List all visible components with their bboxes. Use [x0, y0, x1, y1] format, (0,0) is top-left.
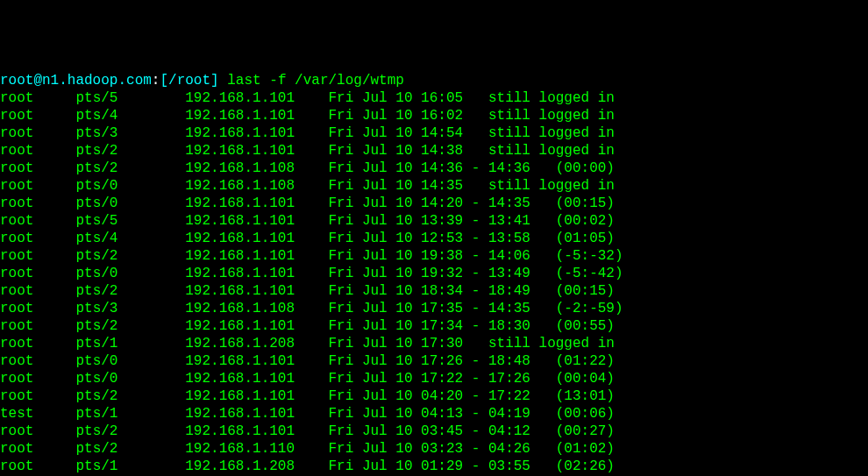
col-user: root [0, 125, 75, 141]
col-start: Fri Jul 10 19:38 [328, 248, 471, 264]
col-user: root [0, 283, 75, 299]
prompt-line[interactable]: root@n1.hadoop.com:[/root] last -f /var/… [0, 72, 868, 89]
col-user: root [0, 301, 75, 316]
col-start: Fri Jul 10 18:34 [328, 283, 471, 299]
col-tty: pts/2 [75, 441, 185, 457]
col-duration: (02:26) [539, 458, 615, 474]
col-duration: (00:02) [539, 213, 615, 229]
col-tty: pts/0 [75, 353, 185, 369]
col-start: Fri Jul 10 14:20 [328, 195, 471, 211]
col-start: Fri Jul 10 12:53 [328, 231, 471, 246]
col-ip: 192.168.1.208 [185, 336, 328, 352]
prompt-user-host: root@n1.hadoop.com [0, 73, 152, 89]
col-duration: (01:05) [539, 231, 615, 246]
prompt-sep: : [152, 73, 160, 89]
login-record: root pts/4 192.168.1.101 Fri Jul 10 12:5… [0, 230, 868, 247]
login-record: root pts/2 192.168.1.101 Fri Jul 10 04:2… [0, 387, 868, 405]
col-duration: (01:02) [539, 441, 615, 457]
col-duration: (00:15) [539, 195, 615, 211]
col-end: - 18:48 [472, 353, 539, 369]
col-tty: pts/5 [75, 90, 185, 106]
col-user: root [0, 143, 75, 159]
col-user: root [0, 108, 75, 124]
col-ip: 192.168.1.101 [185, 283, 328, 299]
col-user: root [0, 423, 75, 439]
col-tty: pts/2 [75, 248, 185, 264]
col-ip: 192.168.1.101 [185, 423, 328, 439]
col-ip: 192.168.1.101 [185, 195, 328, 211]
col-start: Fri Jul 10 03:23 [328, 441, 471, 457]
login-record: root pts/0 192.168.1.101 Fri Jul 10 17:2… [0, 370, 868, 387]
col-ip: 192.168.1.101 [185, 388, 328, 404]
prompt-cwd: [/root] [160, 73, 218, 89]
login-record: root pts/4 192.168.1.101 Fri Jul 10 16:0… [0, 107, 868, 124]
col-duration: (00:27) [539, 423, 615, 439]
login-record: root pts/1 192.168.1.208 Fri Jul 10 17:3… [0, 335, 868, 352]
col-start: Fri Jul 10 16:02 [328, 108, 471, 124]
prompt-command: last -f /var/log/wtmp [227, 73, 404, 89]
col-ip: 192.168.1.108 [185, 301, 328, 316]
col-duration: (13:01) [539, 388, 615, 404]
login-record: root pts/5 192.168.1.101 Fri Jul 10 13:3… [0, 212, 868, 230]
login-record: root pts/0 192.168.1.108 Fri Jul 10 14:3… [0, 177, 868, 195]
col-tty: pts/2 [75, 160, 185, 176]
col-end: - 03:55 [472, 458, 539, 474]
col-duration: (00:06) [539, 406, 615, 422]
col-ip: 192.168.1.101 [185, 248, 328, 264]
col-ip: 192.168.1.101 [185, 266, 328, 281]
col-user: root [0, 90, 75, 106]
login-record: root pts/2 192.168.1.101 Fri Jul 10 18:3… [0, 282, 868, 300]
col-end: still logged in [472, 125, 615, 141]
col-start: Fri Jul 10 04:20 [328, 388, 471, 404]
col-user: root [0, 213, 75, 229]
login-record: root pts/2 192.168.1.108 Fri Jul 10 14:3… [0, 160, 868, 177]
col-ip: 192.168.1.101 [185, 90, 328, 106]
col-ip: 192.168.1.101 [185, 125, 328, 141]
col-ip: 192.168.1.101 [185, 213, 328, 229]
col-end: - 13:49 [472, 266, 539, 281]
col-ip: 192.168.1.101 [185, 318, 328, 334]
login-record: root pts/2 192.168.1.101 Fri Jul 10 19:3… [0, 247, 868, 265]
col-tty: pts/4 [75, 231, 185, 246]
col-user: root [0, 160, 75, 176]
terminal-output[interactable]: root@n1.hadoop.com:[/root] last -f /var/… [0, 72, 868, 476]
col-ip: 192.168.1.108 [185, 178, 328, 194]
col-duration: (01:22) [539, 353, 615, 369]
col-duration: (00:00) [539, 160, 615, 176]
col-duration: (-5:-42) [539, 266, 623, 281]
login-record: root pts/2 192.168.1.110 Fri Jul 10 03:2… [0, 440, 868, 458]
col-tty: pts/0 [75, 178, 185, 194]
col-end: - 18:49 [472, 283, 539, 299]
col-start: Fri Jul 10 17:35 [328, 301, 471, 316]
col-start: Fri Jul 10 14:36 [328, 160, 471, 176]
col-start: Fri Jul 10 14:54 [328, 125, 471, 141]
col-tty: pts/1 [75, 406, 185, 422]
col-tty: pts/1 [75, 458, 185, 474]
col-tty: pts/0 [75, 266, 185, 281]
col-user: root [0, 353, 75, 369]
login-record: root pts/3 192.168.1.101 Fri Jul 10 14:5… [0, 124, 868, 142]
col-start: Fri Jul 10 01:29 [328, 458, 471, 474]
col-end: - 13:41 [472, 213, 539, 229]
login-record: root pts/1 192.168.1.208 Fri Jul 10 01:2… [0, 458, 868, 475]
col-start: Fri Jul 10 19:32 [328, 266, 471, 281]
col-tty: pts/2 [75, 143, 185, 159]
col-user: root [0, 318, 75, 334]
login-record: root pts/0 192.168.1.101 Fri Jul 10 19:3… [0, 265, 868, 282]
col-ip: 192.168.1.101 [185, 231, 328, 246]
col-ip: 192.168.1.108 [185, 160, 328, 176]
col-user: root [0, 195, 75, 211]
login-record: root pts/2 192.168.1.101 Fri Jul 10 17:3… [0, 317, 868, 335]
col-user: root [0, 458, 75, 474]
col-ip: 192.168.1.101 [185, 406, 328, 422]
col-ip: 192.168.1.208 [185, 458, 328, 474]
col-user: root [0, 231, 75, 246]
col-start: Fri Jul 10 17:22 [328, 371, 471, 387]
col-end: - 14:35 [472, 195, 539, 211]
col-tty: pts/3 [75, 125, 185, 141]
col-user: test [0, 406, 75, 422]
col-tty: pts/2 [75, 423, 185, 439]
col-end: - 18:30 [472, 318, 539, 334]
col-tty: pts/0 [75, 371, 185, 387]
col-end: - 17:22 [472, 388, 539, 404]
